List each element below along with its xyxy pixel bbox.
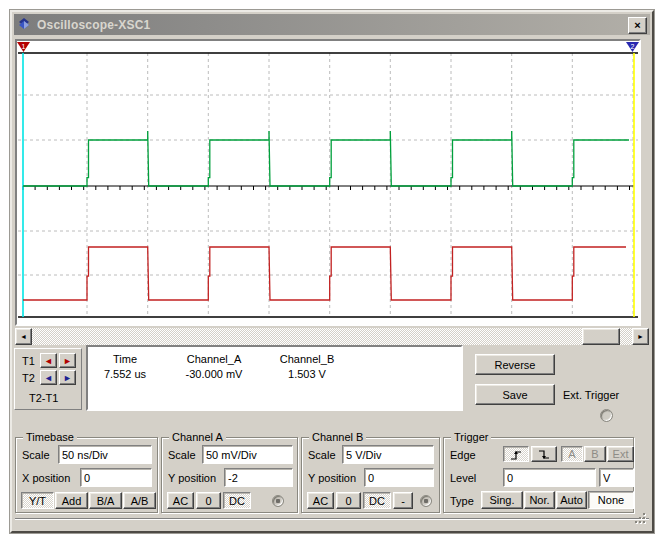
channel-b-legend: Channel B — [309, 431, 366, 443]
channel-a-header: Channel_A — [162, 353, 266, 365]
close-button[interactable]: × — [628, 17, 647, 34]
channel-a-scale-label: Scale — [168, 449, 196, 461]
bottom-separator — [15, 518, 649, 520]
t2-right-button[interactable]: ► — [59, 370, 76, 385]
timebase-legend: Timebase — [23, 431, 77, 443]
trigger-source-a-button[interactable]: A — [561, 446, 583, 462]
timebase-scale-label: Scale — [22, 449, 50, 461]
channel-a-legend: Channel A — [169, 431, 226, 443]
t2-left-button[interactable]: ◄ — [40, 370, 57, 385]
trigger-source-b-button[interactable]: B — [584, 446, 606, 462]
channel-b-minus-button[interactable]: - — [393, 492, 413, 509]
resize-grip[interactable] — [634, 512, 648, 526]
channel-b-zero-button[interactable]: 0 — [336, 492, 361, 509]
reverse-button[interactable]: Reverse — [475, 354, 555, 375]
x-position-input[interactable] — [80, 468, 152, 487]
trigger-level-label: Level — [450, 472, 476, 484]
trigger-level-input[interactable] — [503, 468, 596, 487]
add-mode-button[interactable]: Add — [55, 492, 88, 509]
scope-screen: 1 2 — [15, 39, 641, 326]
channel-a-y-position-label: Y position — [168, 472, 216, 484]
save-button[interactable]: Save — [475, 384, 555, 405]
timebase-group: Timebase Scale X position Y/T Add B/A A/… — [15, 437, 158, 513]
yt-mode-button[interactable]: Y/T — [21, 492, 54, 509]
trigger-group: Trigger Edge A B Ext Level Type Sing. No… — [443, 437, 634, 513]
t1-left-button[interactable]: ◄ — [40, 353, 57, 368]
channel-a-dc-button[interactable]: DC — [223, 492, 251, 509]
t1-right-button[interactable]: ► — [59, 353, 76, 368]
trigger-type-none-button[interactable]: None — [588, 491, 634, 509]
channel-b-dc-button[interactable]: DC — [363, 492, 391, 509]
t2-label: T2 — [22, 372, 35, 384]
multisim-app-icon — [17, 17, 32, 32]
channel-a-terminal-icon — [272, 495, 284, 507]
scroll-left-icon[interactable]: ◄ — [15, 328, 32, 345]
channel-a-ac-button[interactable]: AC — [167, 492, 194, 509]
channel-b-scale-label: Scale — [308, 449, 336, 461]
trigger-type-sing-button[interactable]: Sing. — [481, 491, 523, 509]
channel-a-trace — [23, 131, 629, 186]
trigger-type-auto-button[interactable]: Auto — [556, 491, 587, 509]
trigger-level-unit-input[interactable] — [599, 468, 634, 487]
cursor-control-panel: T1 ◄ ► T2 ◄ ► T2-T1 — [14, 348, 82, 410]
channel-a-scale-input[interactable] — [202, 445, 293, 464]
channel-a-group: Channel A Scale Y position AC 0 DC — [161, 437, 298, 513]
channel-b-y-position-label: Y position — [308, 472, 356, 484]
rising-edge-icon — [509, 449, 523, 461]
channel-b-terminal-icon — [420, 495, 432, 507]
ba-mode-button[interactable]: B/A — [89, 492, 122, 509]
falling-edge-button[interactable] — [531, 446, 557, 462]
t2-minus-t1-label: T2-T1 — [29, 392, 58, 404]
channel-a-zero-button[interactable]: 0 — [196, 492, 221, 509]
trigger-type-nor-button[interactable]: Nor. — [524, 491, 555, 509]
ext-trigger-label: Ext. Trigger — [563, 389, 653, 401]
time-value: 7.552 us — [88, 368, 162, 380]
channel-b-header: Channel_B — [266, 353, 348, 365]
title-bar[interactable]: Oscilloscope-XSC1 × — [14, 14, 650, 35]
trigger-legend: Trigger — [451, 431, 491, 443]
trigger-source-ext-button[interactable]: Ext — [607, 446, 634, 462]
timebase-scale-input[interactable] — [58, 445, 152, 464]
channel-b-ac-button[interactable]: AC — [307, 492, 334, 509]
channel-b-y-position-input[interactable] — [364, 468, 434, 487]
channel-a-y-position-input[interactable] — [224, 468, 293, 487]
channel-b-trace — [23, 247, 626, 300]
ab-mode-button[interactable]: A/B — [123, 492, 156, 509]
plot-frame — [18, 53, 638, 317]
rising-edge-button[interactable] — [503, 446, 529, 462]
grid-lines — [18, 53, 638, 317]
scope-plot: 1 2 — [17, 41, 639, 324]
falling-edge-icon — [537, 449, 551, 461]
window-title: Oscilloscope-XSC1 — [37, 18, 150, 32]
oscilloscope-window: Oscilloscope-XSC1 × 1 2 ◄ ► T1 ◄ ► T2 ◄ … — [10, 10, 654, 533]
channel-b-group: Channel B Scale Y position AC 0 DC - — [301, 437, 440, 513]
t2-marker-label: 2 — [631, 43, 635, 50]
trigger-edge-label: Edge — [450, 449, 476, 461]
trigger-type-label: Type — [450, 495, 474, 507]
t1-label: T1 — [22, 355, 35, 367]
measurement-readout: Time Channel_A Channel_B 7.552 us -30.00… — [86, 345, 463, 411]
x-position-label: X position — [22, 472, 70, 484]
channel-b-scale-input[interactable] — [342, 445, 434, 464]
horizontal-scrollbar[interactable]: ◄ ► — [15, 328, 649, 345]
channel-b-value: 1.503 V — [266, 368, 348, 380]
scroll-right-icon[interactable]: ► — [632, 328, 649, 345]
time-header: Time — [88, 353, 162, 365]
ext-trigger-terminal-icon — [600, 409, 613, 422]
scrollbar-thumb[interactable] — [582, 328, 620, 345]
t1-marker-label: 1 — [22, 43, 26, 50]
channel-a-value: -30.000 mV — [162, 368, 266, 380]
